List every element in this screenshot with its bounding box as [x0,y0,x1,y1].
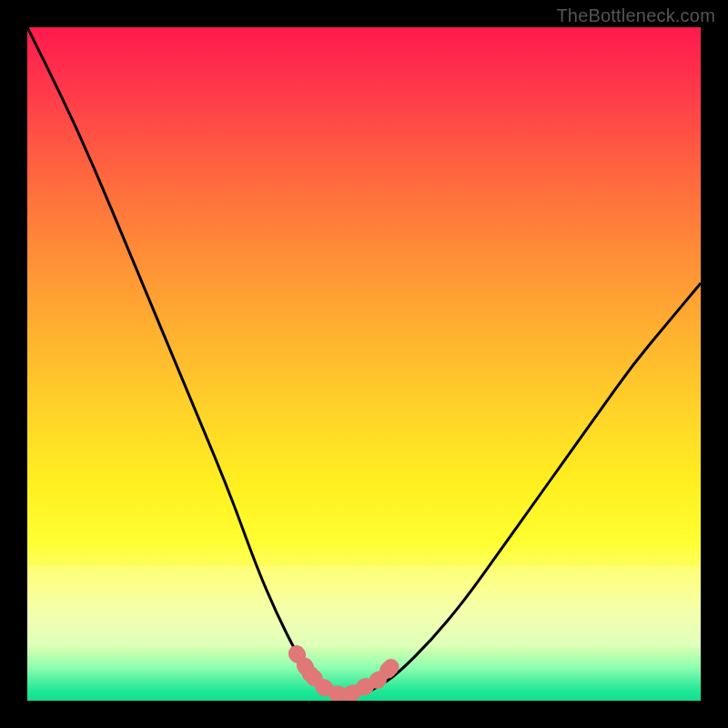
plot-area [27,27,701,701]
chart-frame: TheBottleneck.com [0,0,728,728]
marker-dot [302,665,318,682]
marker-dot [288,645,305,662]
marker-dot [369,672,386,689]
marker-dot [383,659,399,675]
watermark-text: TheBottleneck.com [556,5,715,26]
chart-svg [27,27,701,701]
bottleneck-curve [27,27,701,694]
